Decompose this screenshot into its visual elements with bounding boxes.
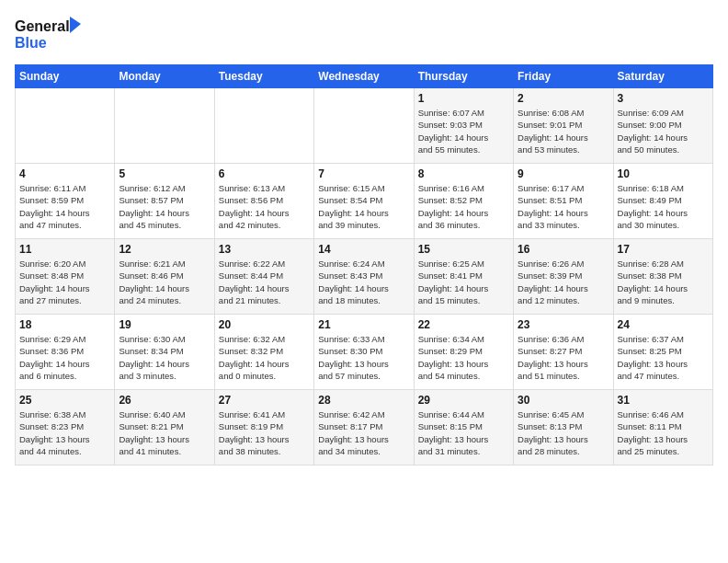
calendar-cell: 5Sunrise: 6:12 AM Sunset: 8:57 PM Daylig… [115, 164, 214, 239]
cell-info: Sunrise: 6:41 AM Sunset: 8:19 PM Dayligh… [219, 408, 310, 457]
day-number: 26 [119, 394, 210, 407]
cell-info: Sunrise: 6:34 AM Sunset: 8:29 PM Dayligh… [418, 333, 509, 382]
day-number: 19 [119, 318, 210, 331]
cell-info: Sunrise: 6:42 AM Sunset: 8:17 PM Dayligh… [318, 408, 409, 457]
cell-info: Sunrise: 6:22 AM Sunset: 8:44 PM Dayligh… [219, 258, 310, 306]
calendar-cell [214, 88, 313, 164]
day-number: 11 [19, 243, 110, 256]
day-number: 24 [618, 318, 709, 331]
day-number: 30 [518, 394, 609, 407]
weekday-header-saturday: Saturday [613, 65, 712, 88]
cell-info: Sunrise: 6:11 AM Sunset: 8:59 PM Dayligh… [19, 182, 110, 231]
calendar-cell: 9Sunrise: 6:17 AM Sunset: 8:51 PM Daylig… [514, 164, 613, 239]
cell-info: Sunrise: 6:36 AM Sunset: 8:27 PM Dayligh… [518, 333, 609, 382]
day-number: 5 [119, 167, 210, 180]
svg-text:General: General [15, 18, 70, 34]
calendar-cell: 23Sunrise: 6:36 AM Sunset: 8:27 PM Dayli… [514, 315, 613, 390]
weekday-header-sunday: Sunday [16, 65, 115, 88]
calendar-week-row: 4Sunrise: 6:11 AM Sunset: 8:59 PM Daylig… [16, 164, 713, 239]
calendar-week-row: 18Sunrise: 6:29 AM Sunset: 8:36 PM Dayli… [16, 315, 713, 390]
cell-info: Sunrise: 6:09 AM Sunset: 9:00 PM Dayligh… [618, 107, 709, 155]
day-number: 25 [19, 394, 110, 407]
cell-info: Sunrise: 6:16 AM Sunset: 8:52 PM Dayligh… [418, 182, 509, 231]
calendar-cell: 19Sunrise: 6:30 AM Sunset: 8:34 PM Dayli… [115, 315, 214, 390]
day-number: 16 [518, 243, 609, 256]
weekday-header-monday: Monday [115, 65, 214, 88]
calendar-cell: 20Sunrise: 6:32 AM Sunset: 8:32 PM Dayli… [214, 315, 313, 390]
day-number: 3 [618, 92, 709, 105]
calendar-cell: 8Sunrise: 6:16 AM Sunset: 8:52 PM Daylig… [414, 164, 513, 239]
calendar-table: SundayMondayTuesdayWednesdayThursdayFrid… [15, 64, 713, 465]
cell-info: Sunrise: 6:24 AM Sunset: 8:43 PM Dayligh… [318, 258, 409, 306]
day-number: 14 [318, 243, 409, 256]
cell-info: Sunrise: 6:46 AM Sunset: 8:11 PM Dayligh… [618, 408, 709, 457]
calendar-cell: 6Sunrise: 6:13 AM Sunset: 8:56 PM Daylig… [214, 164, 313, 239]
calendar-cell [16, 88, 115, 164]
weekday-header-thursday: Thursday [414, 65, 513, 88]
page-header: GeneralBlue [15, 15, 713, 55]
logo-svg: GeneralBlue [15, 15, 88, 55]
calendar-cell: 11Sunrise: 6:20 AM Sunset: 8:48 PM Dayli… [16, 239, 115, 315]
calendar-cell: 18Sunrise: 6:29 AM Sunset: 8:36 PM Dayli… [16, 315, 115, 390]
calendar-cell [314, 88, 414, 164]
calendar-cell: 10Sunrise: 6:18 AM Sunset: 8:49 PM Dayli… [613, 164, 712, 239]
calendar-cell: 2Sunrise: 6:08 AM Sunset: 9:01 PM Daylig… [514, 88, 613, 164]
cell-info: Sunrise: 6:13 AM Sunset: 8:56 PM Dayligh… [219, 182, 310, 231]
cell-info: Sunrise: 6:44 AM Sunset: 8:15 PM Dayligh… [418, 408, 509, 457]
cell-info: Sunrise: 6:29 AM Sunset: 8:36 PM Dayligh… [19, 333, 110, 382]
calendar-cell: 15Sunrise: 6:25 AM Sunset: 8:41 PM Dayli… [414, 239, 513, 315]
calendar-cell: 12Sunrise: 6:21 AM Sunset: 8:46 PM Dayli… [115, 239, 214, 315]
calendar-cell [115, 88, 214, 164]
weekday-header-wednesday: Wednesday [314, 65, 414, 88]
calendar-cell: 29Sunrise: 6:44 AM Sunset: 8:15 PM Dayli… [414, 390, 513, 465]
calendar-cell: 1Sunrise: 6:07 AM Sunset: 9:03 PM Daylig… [414, 88, 513, 164]
calendar-cell: 27Sunrise: 6:41 AM Sunset: 8:19 PM Dayli… [214, 390, 313, 465]
cell-info: Sunrise: 6:32 AM Sunset: 8:32 PM Dayligh… [219, 333, 310, 382]
cell-info: Sunrise: 6:45 AM Sunset: 8:13 PM Dayligh… [518, 408, 609, 457]
calendar-cell: 21Sunrise: 6:33 AM Sunset: 8:30 PM Dayli… [314, 315, 414, 390]
calendar-cell: 7Sunrise: 6:15 AM Sunset: 8:54 PM Daylig… [314, 164, 414, 239]
calendar-cell: 26Sunrise: 6:40 AM Sunset: 8:21 PM Dayli… [115, 390, 214, 465]
calendar-cell: 25Sunrise: 6:38 AM Sunset: 8:23 PM Dayli… [16, 390, 115, 465]
cell-info: Sunrise: 6:12 AM Sunset: 8:57 PM Dayligh… [119, 182, 210, 231]
cell-info: Sunrise: 6:17 AM Sunset: 8:51 PM Dayligh… [518, 182, 609, 231]
cell-info: Sunrise: 6:40 AM Sunset: 8:21 PM Dayligh… [119, 408, 210, 457]
calendar-cell: 17Sunrise: 6:28 AM Sunset: 8:38 PM Dayli… [613, 239, 712, 315]
day-number: 7 [318, 167, 409, 180]
calendar-cell: 31Sunrise: 6:46 AM Sunset: 8:11 PM Dayli… [613, 390, 712, 465]
day-number: 21 [318, 318, 409, 331]
calendar-week-row: 25Sunrise: 6:38 AM Sunset: 8:23 PM Dayli… [16, 390, 713, 465]
cell-info: Sunrise: 6:37 AM Sunset: 8:25 PM Dayligh… [618, 333, 709, 382]
day-number: 9 [518, 167, 609, 180]
day-number: 23 [518, 318, 609, 331]
day-number: 2 [518, 92, 609, 105]
calendar-cell: 30Sunrise: 6:45 AM Sunset: 8:13 PM Dayli… [514, 390, 613, 465]
weekday-header-row: SundayMondayTuesdayWednesdayThursdayFrid… [16, 65, 713, 88]
cell-info: Sunrise: 6:30 AM Sunset: 8:34 PM Dayligh… [119, 333, 210, 382]
day-number: 29 [418, 394, 509, 407]
cell-info: Sunrise: 6:21 AM Sunset: 8:46 PM Dayligh… [119, 258, 210, 306]
calendar-cell: 28Sunrise: 6:42 AM Sunset: 8:17 PM Dayli… [314, 390, 414, 465]
cell-info: Sunrise: 6:20 AM Sunset: 8:48 PM Dayligh… [19, 258, 110, 306]
calendar-week-row: 11Sunrise: 6:20 AM Sunset: 8:48 PM Dayli… [16, 239, 713, 315]
logo: GeneralBlue [15, 15, 88, 55]
calendar-cell: 24Sunrise: 6:37 AM Sunset: 8:25 PM Dayli… [613, 315, 712, 390]
day-number: 18 [19, 318, 110, 331]
day-number: 4 [19, 167, 110, 180]
day-number: 20 [219, 318, 310, 331]
cell-info: Sunrise: 6:38 AM Sunset: 8:23 PM Dayligh… [19, 408, 110, 457]
cell-info: Sunrise: 6:18 AM Sunset: 8:49 PM Dayligh… [618, 182, 709, 231]
calendar-cell: 22Sunrise: 6:34 AM Sunset: 8:29 PM Dayli… [414, 315, 513, 390]
weekday-header-tuesday: Tuesday [214, 65, 313, 88]
svg-text:Blue: Blue [15, 35, 47, 51]
day-number: 10 [618, 167, 709, 180]
day-number: 12 [119, 243, 210, 256]
day-number: 15 [418, 243, 509, 256]
day-number: 31 [618, 394, 709, 407]
calendar-week-row: 1Sunrise: 6:07 AM Sunset: 9:03 PM Daylig… [16, 88, 713, 164]
day-number: 27 [219, 394, 310, 407]
cell-info: Sunrise: 6:26 AM Sunset: 8:39 PM Dayligh… [518, 258, 609, 306]
calendar-cell: 16Sunrise: 6:26 AM Sunset: 8:39 PM Dayli… [514, 239, 613, 315]
calendar-cell: 13Sunrise: 6:22 AM Sunset: 8:44 PM Dayli… [214, 239, 313, 315]
day-number: 6 [219, 167, 310, 180]
